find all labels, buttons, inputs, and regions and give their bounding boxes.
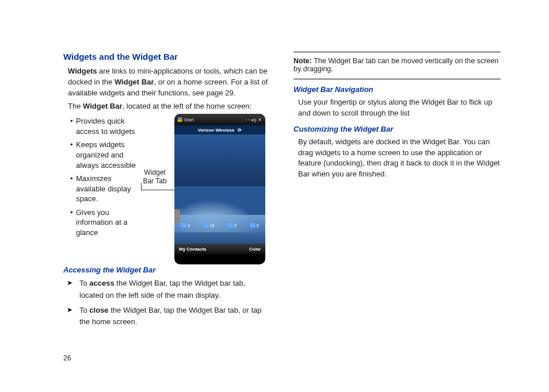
feature-bullets: Provides quick access to widgets Keeps w… — [63, 116, 136, 241]
windows-logo-icon — [178, 117, 182, 122]
bold-widgets: Widgets — [68, 67, 97, 75]
paragraph-navigation: Use your fingertip or stylus along the W… — [293, 97, 501, 119]
widget-bar-tab-icon — [174, 209, 180, 223]
rule-top — [293, 52, 501, 52]
intro2-a: The — [68, 102, 83, 110]
start-label: Start — [184, 117, 194, 122]
step-bold: access — [89, 279, 114, 287]
step-item: To access the Widget Bar, tap the Widget… — [67, 278, 270, 301]
phone-illustration: Start ▫ ▫ ◂)) ✕ Verizon Wireless ⟳ 0 1 — [174, 114, 265, 264]
callout-label: Widget Bar Tab — [140, 168, 170, 185]
bullet-item: Keeps widgets organized and always acces… — [70, 140, 136, 170]
dock-count: 0 — [234, 224, 237, 228]
bold-widget-bar: Widget Bar — [115, 78, 154, 86]
phone-wallpaper: 0 10 0 0 — [174, 134, 265, 244]
step-text: To — [79, 279, 89, 287]
phone-status-bar: Start ▫ ▫ ◂)) ✕ — [174, 114, 265, 125]
subheading-navigation: Widget Bar Navigation — [293, 85, 501, 94]
bullet-item: Maximizes available display space. — [70, 174, 136, 204]
softkey-right: Cube — [249, 247, 261, 252]
dock-labels: 0 10 0 0 — [174, 223, 265, 228]
page-number: 26 — [63, 354, 71, 362]
phone-softkeys: My Contacts Cube — [174, 244, 265, 254]
section-heading: Widgets and the Widget Bar — [63, 52, 270, 62]
intro-paragraph: Widgets are links to mini-applications o… — [63, 66, 270, 99]
subheading-customizing: Customizing the Widget Bar — [293, 125, 501, 133]
paragraph-customizing: By default, widgets are docked in the Wi… — [293, 137, 501, 180]
intro2-b: Widget Bar — [83, 102, 123, 110]
bullet-item: Gives you information at a glance — [70, 207, 136, 238]
dock-icon — [227, 223, 233, 228]
note-label: Note: — [293, 57, 312, 65]
carrier-bar: Verizon Wireless ⟳ — [174, 125, 265, 134]
dock-count: 0 — [188, 224, 190, 228]
step-bold: close — [89, 306, 108, 314]
dock-icon — [203, 223, 209, 228]
softkey-left: My Contacts — [179, 247, 207, 252]
dock-count: 0 — [257, 224, 259, 228]
intro2-c: , located at the left of the home screen… — [123, 102, 252, 110]
bullet-item: Provides quick access to widgets — [70, 116, 136, 136]
step-text: To — [79, 306, 89, 314]
callout-line — [141, 190, 175, 197]
note-text: The Widget Bar tab can be moved vertical… — [293, 57, 498, 73]
step-item: To close the Widget Bar, tap the Widget … — [67, 305, 270, 328]
refresh-icon: ⟳ — [238, 128, 242, 133]
intro-paragraph-2: The Widget Bar, located at the left of t… — [63, 101, 270, 112]
note-box: Note: The Widget Bar tab can be moved ve… — [293, 56, 501, 75]
subheading-accessing: Accessing the Widget Bar — [63, 266, 270, 274]
callout-line — [141, 183, 142, 190]
dock-icon — [250, 223, 256, 228]
dock-count: 10 — [210, 224, 215, 228]
rule-bottom — [293, 79, 501, 79]
carrier-label: Verizon Wireless — [198, 128, 235, 133]
dock-icon — [181, 223, 186, 228]
status-icons: ▫ ▫ ◂)) ✕ — [245, 117, 262, 122]
